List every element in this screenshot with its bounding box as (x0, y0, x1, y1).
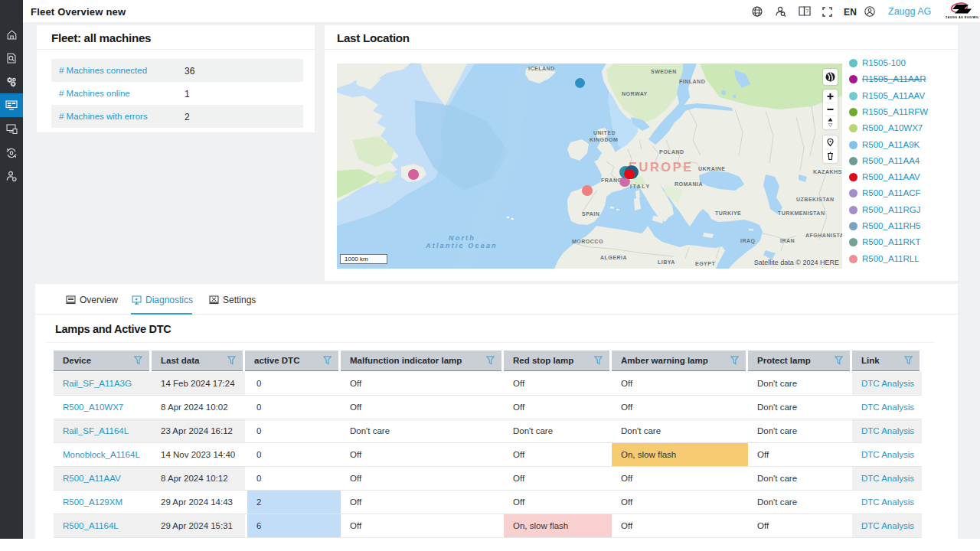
svg-text:ZAUGG AG EGGIWIL: ZAUGG AG EGGIWIL (946, 16, 979, 19)
svg-text:?: ? (805, 8, 808, 14)
